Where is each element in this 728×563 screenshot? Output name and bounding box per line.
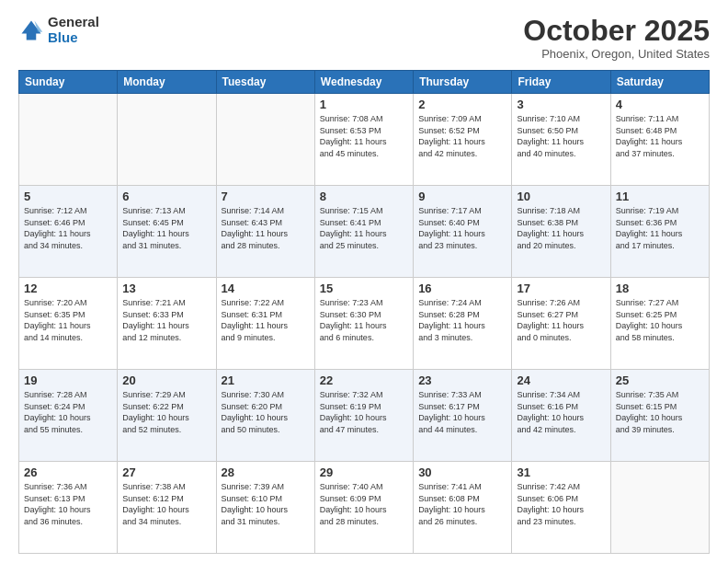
day-number: 8 [320,190,408,203]
day-number: 20 [122,373,210,387]
day-info: Sunrise: 7:29 AM Sunset: 6:22 PM Dayligh… [122,389,210,435]
calendar-cell: 14Sunrise: 7:22 AM Sunset: 6:31 PM Dayli… [216,278,314,370]
day-number: 9 [418,190,506,203]
day-info: Sunrise: 7:08 AM Sunset: 6:53 PM Dayligh… [320,113,408,159]
day-number: 14 [222,282,310,295]
day-info: Sunrise: 7:35 AM Sunset: 6:15 PM Dayligh… [616,389,704,435]
day-info: Sunrise: 7:21 AM Sunset: 6:33 PM Dayligh… [122,297,210,343]
day-number: 4 [616,98,704,111]
day-number: 13 [122,282,210,295]
calendar-cell [610,462,709,554]
day-number: 29 [320,465,408,479]
day-info: Sunrise: 7:22 AM Sunset: 6:31 PM Dayligh… [222,297,310,343]
day-number: 19 [24,373,112,387]
calendar-cell: 20Sunrise: 7:29 AM Sunset: 6:22 PM Dayli… [118,370,216,462]
calendar-cell: 30Sunrise: 7:41 AM Sunset: 6:08 PM Dayli… [414,462,512,554]
calendar-cell: 15Sunrise: 7:23 AM Sunset: 6:30 PM Dayli… [314,278,413,370]
day-info: Sunrise: 7:20 AM Sunset: 6:35 PM Dayligh… [24,297,112,343]
calendar-cell: 10Sunrise: 7:18 AM Sunset: 6:38 PM Dayli… [512,186,610,278]
calendar-cell: 6Sunrise: 7:13 AM Sunset: 6:45 PM Daylig… [118,186,216,278]
day-number: 2 [418,98,506,111]
calendar-cell [216,94,314,186]
calendar-week-row: 1Sunrise: 7:08 AM Sunset: 6:53 PM Daylig… [19,94,710,186]
calendar-cell: 7Sunrise: 7:14 AM Sunset: 6:43 PM Daylig… [216,186,314,278]
header: General Blue October 2025 Phoenix, Orego… [18,15,710,61]
title-block: October 2025 Phoenix, Oregon, United Sta… [523,15,710,61]
day-number: 11 [616,190,704,203]
calendar-cell: 16Sunrise: 7:24 AM Sunset: 6:28 PM Dayli… [414,278,512,370]
day-number: 6 [122,190,210,203]
calendar-cell: 3Sunrise: 7:10 AM Sunset: 6:50 PM Daylig… [512,94,610,186]
calendar-cell: 26Sunrise: 7:36 AM Sunset: 6:13 PM Dayli… [19,462,118,554]
calendar-cell: 9Sunrise: 7:17 AM Sunset: 6:40 PM Daylig… [414,186,512,278]
page: General Blue October 2025 Phoenix, Orego… [0,0,728,563]
day-number: 28 [222,465,310,479]
logo-icon [18,17,44,43]
logo-blue-text: Blue [48,30,99,46]
day-number: 1 [320,98,408,111]
day-info: Sunrise: 7:34 AM Sunset: 6:16 PM Dayligh… [517,389,605,435]
calendar-cell: 19Sunrise: 7:28 AM Sunset: 6:24 PM Dayli… [19,370,118,462]
calendar-cell: 22Sunrise: 7:32 AM Sunset: 6:19 PM Dayli… [314,370,413,462]
day-info: Sunrise: 7:32 AM Sunset: 6:19 PM Dayligh… [320,389,408,435]
calendar-cell: 4Sunrise: 7:11 AM Sunset: 6:48 PM Daylig… [610,94,709,186]
calendar-week-row: 5Sunrise: 7:12 AM Sunset: 6:46 PM Daylig… [19,186,710,278]
calendar-header-monday: Monday [118,71,216,94]
day-info: Sunrise: 7:09 AM Sunset: 6:52 PM Dayligh… [418,113,506,159]
day-number: 5 [24,190,112,203]
day-info: Sunrise: 7:38 AM Sunset: 6:12 PM Dayligh… [122,481,210,527]
day-info: Sunrise: 7:42 AM Sunset: 6:06 PM Dayligh… [517,481,605,527]
day-number: 23 [418,373,506,387]
day-info: Sunrise: 7:27 AM Sunset: 6:25 PM Dayligh… [616,297,704,343]
calendar-header-row: SundayMondayTuesdayWednesdayThursdayFrid… [19,71,710,94]
calendar-cell: 1Sunrise: 7:08 AM Sunset: 6:53 PM Daylig… [314,94,413,186]
day-info: Sunrise: 7:40 AM Sunset: 6:09 PM Dayligh… [320,481,408,527]
calendar-week-row: 19Sunrise: 7:28 AM Sunset: 6:24 PM Dayli… [19,370,710,462]
calendar-header-saturday: Saturday [610,71,709,94]
day-number: 25 [616,373,704,387]
calendar-cell: 23Sunrise: 7:33 AM Sunset: 6:17 PM Dayli… [414,370,512,462]
calendar-cell: 17Sunrise: 7:26 AM Sunset: 6:27 PM Dayli… [512,278,610,370]
month-title: October 2025 [523,15,710,47]
day-number: 15 [320,282,408,295]
calendar-cell: 12Sunrise: 7:20 AM Sunset: 6:35 PM Dayli… [19,278,118,370]
day-info: Sunrise: 7:36 AM Sunset: 6:13 PM Dayligh… [24,481,112,527]
calendar-week-row: 12Sunrise: 7:20 AM Sunset: 6:35 PM Dayli… [19,278,710,370]
calendar-header-friday: Friday [512,71,610,94]
day-info: Sunrise: 7:24 AM Sunset: 6:28 PM Dayligh… [418,297,506,343]
calendar-header-thursday: Thursday [414,71,512,94]
calendar-cell: 8Sunrise: 7:15 AM Sunset: 6:41 PM Daylig… [314,186,413,278]
day-number: 22 [320,373,408,387]
calendar-cell: 18Sunrise: 7:27 AM Sunset: 6:25 PM Dayli… [610,278,709,370]
calendar-cell: 27Sunrise: 7:38 AM Sunset: 6:12 PM Dayli… [118,462,216,554]
calendar-cell: 21Sunrise: 7:30 AM Sunset: 6:20 PM Dayli… [216,370,314,462]
logo-general-text: General [48,15,99,30]
day-info: Sunrise: 7:33 AM Sunset: 6:17 PM Dayligh… [418,389,506,435]
day-info: Sunrise: 7:41 AM Sunset: 6:08 PM Dayligh… [418,481,506,527]
calendar-cell: 11Sunrise: 7:19 AM Sunset: 6:36 PM Dayli… [610,186,709,278]
day-number: 12 [24,282,112,295]
day-info: Sunrise: 7:12 AM Sunset: 6:46 PM Dayligh… [24,205,112,251]
day-info: Sunrise: 7:39 AM Sunset: 6:10 PM Dayligh… [222,481,310,527]
day-number: 26 [24,465,112,479]
day-number: 24 [517,373,605,387]
day-info: Sunrise: 7:13 AM Sunset: 6:45 PM Dayligh… [122,205,210,251]
day-number: 7 [222,190,310,203]
calendar-cell: 24Sunrise: 7:34 AM Sunset: 6:16 PM Dayli… [512,370,610,462]
calendar-cell: 25Sunrise: 7:35 AM Sunset: 6:15 PM Dayli… [610,370,709,462]
logo: General Blue [18,15,99,45]
calendar-header-tuesday: Tuesday [216,71,314,94]
calendar-header-sunday: Sunday [19,71,118,94]
day-number: 3 [517,98,605,111]
day-number: 18 [616,282,704,295]
calendar-table: SundayMondayTuesdayWednesdayThursdayFrid… [18,70,710,554]
day-number: 10 [517,190,605,203]
calendar-week-row: 26Sunrise: 7:36 AM Sunset: 6:13 PM Dayli… [19,462,710,554]
calendar-cell: 13Sunrise: 7:21 AM Sunset: 6:33 PM Dayli… [118,278,216,370]
day-number: 30 [418,465,506,479]
calendar-cell: 5Sunrise: 7:12 AM Sunset: 6:46 PM Daylig… [19,186,118,278]
day-info: Sunrise: 7:28 AM Sunset: 6:24 PM Dayligh… [24,389,112,435]
logo-text: General Blue [48,15,99,45]
calendar-cell [19,94,118,186]
day-info: Sunrise: 7:14 AM Sunset: 6:43 PM Dayligh… [222,205,310,251]
